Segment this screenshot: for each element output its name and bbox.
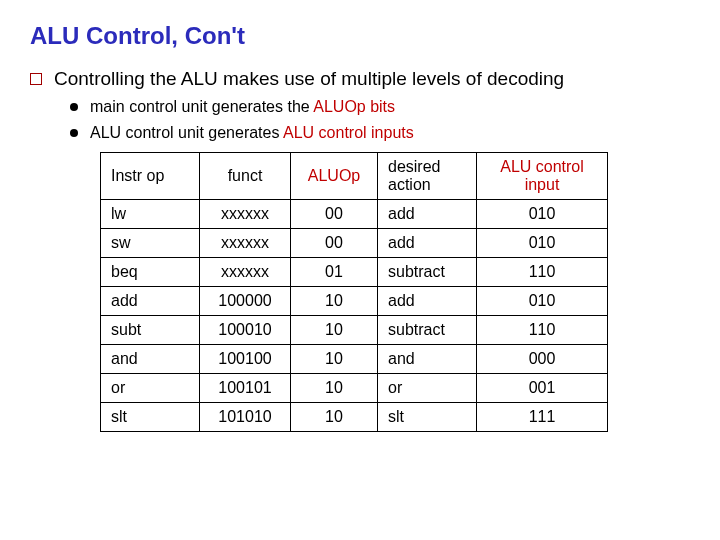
table-row: slt 101010 10 slt 111 xyxy=(101,403,608,432)
square-bullet-icon xyxy=(30,73,42,85)
cell-ctrl: 111 xyxy=(477,403,608,432)
cell-instrop: slt xyxy=(101,403,200,432)
cell-aluop: 00 xyxy=(291,229,378,258)
bullet-sub-1b: ALUOp bits xyxy=(313,98,395,115)
cell-instrop: or xyxy=(101,374,200,403)
cell-instrop: subt xyxy=(101,316,200,345)
cell-desired: add xyxy=(378,200,477,229)
table-row: subt 100010 10 subtract 110 xyxy=(101,316,608,345)
bullet-sub-1a: main control unit generates the xyxy=(90,98,313,115)
dot-bullet-icon xyxy=(70,129,78,137)
cell-funct: 101010 xyxy=(200,403,291,432)
cell-aluop: 00 xyxy=(291,200,378,229)
table-row: add 100000 10 add 010 xyxy=(101,287,608,316)
cell-funct: 100101 xyxy=(200,374,291,403)
slide-title: ALU Control, Con't xyxy=(30,22,690,50)
cell-funct: xxxxxx xyxy=(200,229,291,258)
cell-instrop: beq xyxy=(101,258,200,287)
alu-control-table: Instr op funct ALUOp desired action ALU … xyxy=(100,152,608,432)
cell-funct: xxxxxx xyxy=(200,200,291,229)
cell-instrop: sw xyxy=(101,229,200,258)
cell-desired: add xyxy=(378,229,477,258)
cell-funct: 100010 xyxy=(200,316,291,345)
cell-ctrl: 000 xyxy=(477,345,608,374)
cell-funct: 100000 xyxy=(200,287,291,316)
table-row: and 100100 10 and 000 xyxy=(101,345,608,374)
cell-aluop: 10 xyxy=(291,345,378,374)
bullet-main: Controlling the ALU makes use of multipl… xyxy=(30,68,690,90)
cell-aluop: 10 xyxy=(291,316,378,345)
col-aluop: ALUOp xyxy=(291,153,378,200)
cell-ctrl: 001 xyxy=(477,374,608,403)
col-aluctrl: ALU control input xyxy=(477,153,608,200)
cell-ctrl: 110 xyxy=(477,316,608,345)
cell-desired: subtract xyxy=(378,316,477,345)
table-row: sw xxxxxx 00 add 010 xyxy=(101,229,608,258)
cell-ctrl: 010 xyxy=(477,200,608,229)
bullet-sub-2: ALU control unit generates ALU control i… xyxy=(30,124,690,142)
cell-ctrl: 010 xyxy=(477,287,608,316)
dot-bullet-icon xyxy=(70,103,78,111)
bullet-sub-1-text: main control unit generates the ALUOp bi… xyxy=(90,98,395,116)
bullet-main-text: Controlling the ALU makes use of multipl… xyxy=(54,68,564,90)
table-header-row: Instr op funct ALUOp desired action ALU … xyxy=(101,153,608,200)
cell-aluop: 10 xyxy=(291,374,378,403)
col-instrop: Instr op xyxy=(101,153,200,200)
col-desired: desired action xyxy=(378,153,477,200)
cell-aluop: 10 xyxy=(291,403,378,432)
table-row: lw xxxxxx 00 add 010 xyxy=(101,200,608,229)
cell-instrop: and xyxy=(101,345,200,374)
table-row: beq xxxxxx 01 subtract 110 xyxy=(101,258,608,287)
table-row: or 100101 10 or 001 xyxy=(101,374,608,403)
cell-funct: xxxxxx xyxy=(200,258,291,287)
cell-desired: slt xyxy=(378,403,477,432)
cell-desired: add xyxy=(378,287,477,316)
bullet-sub-2-text: ALU control unit generates ALU control i… xyxy=(90,124,414,142)
cell-instrop: lw xyxy=(101,200,200,229)
bullet-sub-2b: ALU control inputs xyxy=(283,124,414,141)
cell-ctrl: 110 xyxy=(477,258,608,287)
cell-desired: or xyxy=(378,374,477,403)
cell-ctrl: 010 xyxy=(477,229,608,258)
cell-aluop: 01 xyxy=(291,258,378,287)
cell-funct: 100100 xyxy=(200,345,291,374)
cell-instrop: add xyxy=(101,287,200,316)
cell-aluop: 10 xyxy=(291,287,378,316)
col-funct: funct xyxy=(200,153,291,200)
bullet-sub-1: main control unit generates the ALUOp bi… xyxy=(30,98,690,116)
bullet-sub-2a: ALU control unit generates xyxy=(90,124,283,141)
cell-desired: and xyxy=(378,345,477,374)
cell-desired: subtract xyxy=(378,258,477,287)
